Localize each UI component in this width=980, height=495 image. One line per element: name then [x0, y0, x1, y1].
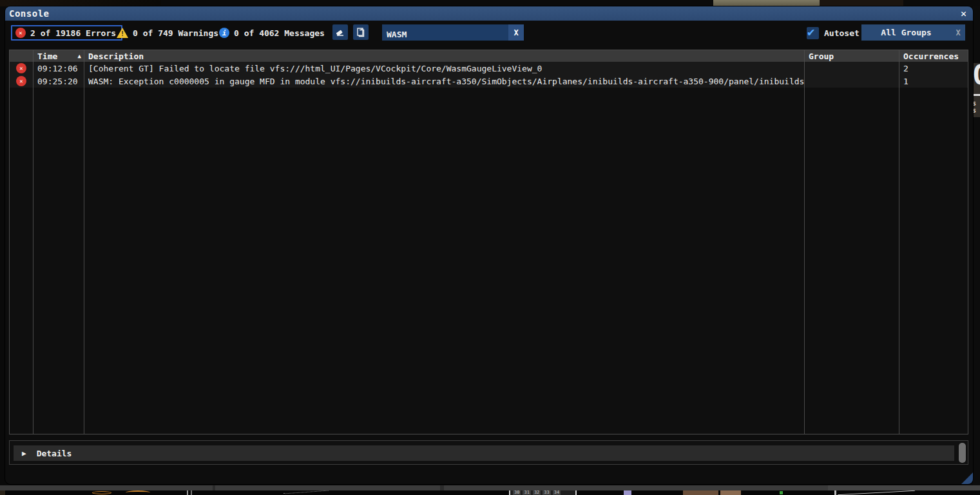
- row-occurrences-cell[interactable]: 2: [899, 62, 968, 75]
- log-table: Time ▲ Description Group Occurrences ✕ 0…: [9, 50, 968, 434]
- table-empty-area: [84, 88, 805, 434]
- toolbar: ✕ 2 of 19186 Errors ! 0 of 749 Warnings …: [5, 24, 973, 42]
- background-top-strip: [0, 0, 980, 6]
- screen: O s s Console ✕ ✕ 2 of 19186 Errors ! 0 …: [0, 0, 980, 495]
- table-empty-area: [34, 88, 84, 434]
- check-icon: ✔: [807, 24, 814, 39]
- background-sketch: [126, 490, 150, 494]
- ruler-number: 33: [543, 490, 550, 495]
- copy-icon: [356, 27, 366, 37]
- details-label: Details: [37, 449, 72, 458]
- info-icon: i: [219, 28, 229, 38]
- background-fragment: [0, 0, 161, 6]
- eraser-icon: [335, 27, 345, 37]
- column-header-description[interactable]: Description: [84, 50, 805, 62]
- table-empty-area: [899, 88, 968, 434]
- background-chart-ruler: 30 31 32 33 34: [509, 490, 577, 495]
- copy-button[interactable]: [353, 24, 369, 40]
- row-severity-cell[interactable]: ✕: [10, 75, 34, 88]
- error-icon: ✕: [16, 63, 26, 73]
- strip-segment: [828, 485, 980, 490]
- details-panel: ▶ Details: [9, 440, 968, 465]
- row-description-cell[interactable]: [Coherent GT] Failed to locate file vfs:…: [84, 62, 805, 75]
- background-fragment: [624, 490, 631, 495]
- ruler-number: 34: [553, 490, 561, 495]
- row-occurrences-cell[interactable]: 1: [899, 75, 968, 88]
- column-header-occurrences[interactable]: Occurrences: [899, 50, 968, 62]
- chevron-right-icon: ▶: [22, 449, 26, 458]
- background-fragment: [720, 490, 741, 495]
- autoset-checkbox[interactable]: ✔: [807, 27, 819, 39]
- details-expander[interactable]: ▶ Details: [14, 445, 954, 461]
- ruler-number: 30: [513, 490, 521, 495]
- error-icon: ✕: [16, 76, 26, 86]
- details-scrollbar-thumb[interactable]: [959, 443, 966, 463]
- background-fragment: [834, 490, 836, 495]
- background-fragment: [780, 491, 783, 494]
- errors-filter-button[interactable]: ✕ 2 of 19186 Errors: [11, 25, 122, 41]
- search-input[interactable]: [382, 24, 508, 41]
- search-clear-button[interactable]: X: [508, 24, 524, 41]
- groups-clear-button[interactable]: X: [951, 28, 965, 37]
- sort-asc-icon: ▲: [78, 53, 81, 59]
- background-fragment: [713, 0, 820, 6]
- ruler-number: 32: [533, 490, 541, 495]
- background-fragment: [283, 490, 329, 494]
- background-sketch: [92, 491, 111, 494]
- column-header-time[interactable]: Time ▲: [34, 50, 84, 62]
- table-empty-area: [10, 88, 34, 434]
- background-fragment: [838, 490, 915, 495]
- background-fragment: [820, 0, 903, 6]
- groups-selected-value: All Groups: [861, 28, 951, 37]
- row-description-cell[interactable]: WASM: Exception c0000005 in gauge MFD in…: [84, 75, 805, 88]
- row-group-cell[interactable]: [805, 62, 899, 75]
- background-bottom-strip: 30 31 32 33 34: [0, 490, 980, 495]
- errors-count-label: 2 of 19186 Errors: [30, 28, 116, 38]
- table-empty-area: [805, 88, 899, 434]
- warning-icon: !: [117, 28, 128, 38]
- clear-console-button[interactable]: [332, 24, 348, 40]
- strip-divider: [440, 485, 444, 490]
- search-field-group: X: [382, 24, 524, 41]
- background-fragment: [0, 490, 5, 495]
- background-text: s s: [972, 100, 980, 114]
- autoset-toggle: ✔ Autoset: [807, 24, 860, 42]
- resize-grip[interactable]: [961, 472, 973, 484]
- ruler-number: 31: [523, 490, 530, 495]
- column-header-group[interactable]: Group: [805, 50, 899, 62]
- row-time-cell[interactable]: 09:25:20: [34, 75, 84, 88]
- background-fragment: [187, 490, 192, 495]
- titlebar[interactable]: Console ✕: [5, 6, 973, 21]
- row-time-cell[interactable]: 09:12:06: [34, 62, 84, 75]
- close-icon[interactable]: ✕: [961, 9, 966, 19]
- warnings-count-label: 0 of 749 Warnings: [133, 28, 218, 38]
- row-group-cell[interactable]: [805, 75, 899, 88]
- background-fragment: [683, 490, 718, 495]
- warnings-filter-button[interactable]: ! 0 of 749 Warnings: [117, 24, 218, 42]
- autoset-label: Autoset: [824, 28, 860, 38]
- error-icon: ✕: [15, 28, 26, 38]
- messages-count-label: 0 of 4062 Messages: [234, 28, 325, 38]
- groups-dropdown[interactable]: All Groups X: [861, 24, 965, 41]
- row-severity-cell[interactable]: ✕: [10, 62, 34, 75]
- messages-filter-button[interactable]: i 0 of 4062 Messages: [219, 24, 325, 42]
- window-title: Console: [9, 8, 50, 19]
- console-window: Console ✕ ✕ 2 of 19186 Errors ! 0 of 749…: [5, 6, 973, 484]
- bottom-scrollbar-strip[interactable]: [0, 485, 980, 490]
- strip-divider: [213, 485, 215, 490]
- background-glyph: O: [973, 63, 980, 91]
- background-line: [973, 94, 980, 96]
- column-header-severity[interactable]: [10, 50, 34, 62]
